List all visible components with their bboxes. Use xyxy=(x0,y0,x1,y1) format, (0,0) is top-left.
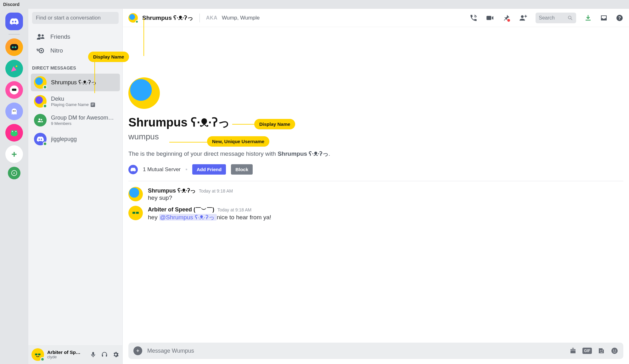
mute-button[interactable] xyxy=(90,351,97,358)
dm-activity: Playing Game Name xyxy=(51,102,95,107)
server-icon-5[interactable] xyxy=(5,124,23,142)
svg-point-6 xyxy=(13,110,14,111)
svg-point-24 xyxy=(508,19,510,22)
mention[interactable]: @Shrumpus ʕ·ᴥ·ʔっ xyxy=(159,214,217,221)
message-author[interactable]: Shrumpus ʕ·ᴥ·ʔっ xyxy=(148,187,196,194)
video-icon xyxy=(486,14,494,22)
start-video-call-button[interactable] xyxy=(486,14,494,22)
svg-point-35 xyxy=(613,350,614,351)
add-server-button[interactable]: + xyxy=(5,145,23,163)
search-input[interactable]: Search xyxy=(536,13,576,23)
downloads-button[interactable] xyxy=(584,14,592,22)
friends-nav[interactable]: Friends xyxy=(31,30,120,43)
message-timestamp: Today at 9:18 AM xyxy=(217,207,251,212)
dm-members: 9 Members xyxy=(51,121,114,126)
emoji-icon xyxy=(611,347,618,355)
sticker-button[interactable] xyxy=(598,347,605,355)
message-composer[interactable]: + Message Wumpus GIF xyxy=(128,343,623,359)
avatar xyxy=(34,95,47,108)
block-button[interactable]: Block xyxy=(231,164,253,175)
message-content: hey @Shrumpus ʕ·ᴥ·ʔっ nice to hear from y… xyxy=(148,213,271,221)
svg-rect-23 xyxy=(38,354,41,355)
status-online-icon xyxy=(40,357,45,361)
headphones-icon xyxy=(101,351,108,358)
inbox-icon xyxy=(600,14,608,22)
robot-face-icon xyxy=(9,42,20,53)
header-toolbar: Search ? xyxy=(469,13,623,23)
avatar xyxy=(34,114,47,126)
pin-icon xyxy=(502,14,510,22)
svg-rect-31 xyxy=(136,212,139,214)
mutual-server-icon xyxy=(128,165,138,174)
pinned-messages-button[interactable] xyxy=(502,14,510,22)
aka-label: AKA xyxy=(206,15,217,21)
message-avatar[interactable] xyxy=(128,206,143,220)
group-icon xyxy=(37,117,44,124)
annotation-line xyxy=(143,18,144,56)
profile-username: wumpus xyxy=(128,132,623,142)
party-icon xyxy=(9,64,19,73)
download-icon xyxy=(584,14,592,22)
dm-beginning-text: The is the beginning of your direct mess… xyxy=(128,150,623,158)
inbox-button[interactable] xyxy=(600,14,608,22)
header-divider xyxy=(199,14,200,22)
deafen-button[interactable] xyxy=(101,351,108,358)
quick-switcher-placeholder: Find or start a conversation xyxy=(36,15,101,21)
message-timestamp: Today at 9:18 AM xyxy=(199,188,233,193)
help-button[interactable]: ? xyxy=(616,14,623,22)
user-footer: Arbiter of Sp… clyde xyxy=(28,345,122,364)
gif-button[interactable]: GIF xyxy=(582,348,592,354)
server-icon-1[interactable] xyxy=(5,38,23,56)
dm-item-jigglepugg[interactable]: jigglepugg xyxy=(31,130,120,148)
svg-rect-5 xyxy=(12,89,16,91)
avatar xyxy=(34,76,47,89)
chat-scroller[interactable]: Shrumpus ʕ·ᴥ·ʔっ wumpus Display Name New,… xyxy=(123,27,629,340)
add-friend-button[interactable]: Add Friend xyxy=(192,164,226,175)
window-title: Discord xyxy=(0,0,629,9)
annotation-line xyxy=(232,124,254,125)
dm-item-deku[interactable]: Deku Playing Game Name xyxy=(31,92,120,110)
svg-rect-0 xyxy=(10,44,18,50)
server-rail: + xyxy=(0,9,28,364)
gift-button[interactable] xyxy=(569,347,577,355)
quick-switcher[interactable]: Find or start a conversation xyxy=(32,12,119,24)
gear-icon xyxy=(112,351,119,358)
app-frame: + Find or start a conversation Friends N… xyxy=(0,9,629,364)
message-content: hey sup? xyxy=(148,194,233,201)
server-icon-2[interactable] xyxy=(5,60,23,77)
person-plus-icon xyxy=(519,14,527,22)
server-icon-4[interactable] xyxy=(5,103,23,120)
discord-logo-icon xyxy=(9,18,19,25)
profile-actions: 1 Mutual Server Add Friend Block xyxy=(128,164,623,175)
dm-item-group[interactable]: Group DM for Awesom… 9 Members xyxy=(31,111,120,129)
server-icon-3[interactable] xyxy=(5,81,23,99)
message-author[interactable]: Arbiter of Speed (￣︶￣) xyxy=(148,206,214,213)
attach-button[interactable]: + xyxy=(133,346,142,355)
self-avatar[interactable] xyxy=(31,348,44,361)
settings-button[interactable] xyxy=(112,351,119,358)
aka-value: Wump, Wumple xyxy=(222,15,260,21)
ghost-icon xyxy=(9,106,19,116)
svg-point-19 xyxy=(39,119,41,120)
friends-label: Friends xyxy=(50,33,70,40)
self-info[interactable]: Arbiter of Sp… clyde xyxy=(47,350,87,360)
explore-servers-button[interactable] xyxy=(8,167,20,179)
help-icon: ? xyxy=(616,14,623,22)
home-button[interactable] xyxy=(5,13,23,30)
svg-point-33 xyxy=(602,350,603,351)
sunglasses-icon xyxy=(131,208,140,218)
dm-name: Deku xyxy=(51,96,95,102)
chat-main: Shrumpus ʕ·ᴥ·ʔっ AKA Wump, Wumple Search … xyxy=(123,9,629,364)
dm-item-shrumpus[interactable]: Shrumpus ʕ·ᴥ·ʔっ xyxy=(31,74,120,91)
self-username: clyde xyxy=(47,355,87,360)
svg-point-32 xyxy=(600,350,601,351)
add-friends-to-dm-button[interactable] xyxy=(519,14,527,22)
start-voice-call-button[interactable] xyxy=(469,14,478,22)
mutual-servers-link[interactable]: 1 Mutual Server xyxy=(143,166,181,173)
message-avatar[interactable] xyxy=(128,187,143,201)
sticker-icon xyxy=(598,347,605,355)
rich-presence-icon xyxy=(91,103,95,107)
emoji-button[interactable] xyxy=(611,347,618,355)
svg-point-25 xyxy=(521,15,524,18)
svg-point-12 xyxy=(15,131,16,132)
